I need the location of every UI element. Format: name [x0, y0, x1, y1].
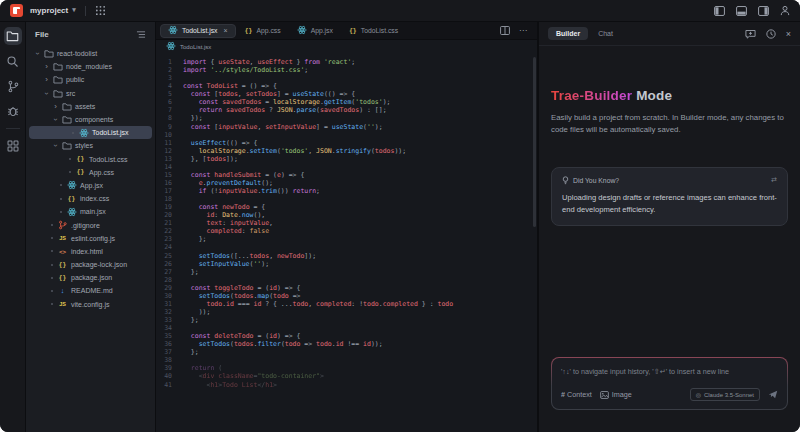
code-line-31: 31 todo.id === id ? { ...todo, completed… — [156, 300, 537, 308]
new-chat-icon[interactable] — [745, 29, 756, 39]
line-number: 39 — [156, 364, 172, 372]
line-number: 11 — [156, 139, 172, 147]
code-line-21: 21 text: inputValue, — [156, 219, 537, 227]
tree-file-todolist-jsx[interactable]: TodoList.jsx — [29, 126, 152, 139]
editor-scrollbar[interactable] — [533, 57, 536, 227]
tree-file-todolist-css[interactable]: {}TodoList.css — [26, 153, 155, 166]
line-number: 2 — [156, 66, 172, 74]
account-icon[interactable] — [780, 5, 790, 16]
tree-folder-react-todolist[interactable]: ›react-todolist — [26, 47, 155, 60]
tab-label: App.css — [256, 27, 280, 34]
line-number: 24 — [156, 243, 172, 251]
tree-item-label: styles — [75, 142, 93, 149]
close-tab-icon[interactable]: × — [224, 27, 228, 34]
split-editor-icon[interactable] — [500, 26, 510, 35]
chevron-down-icon: ▾ — [72, 6, 76, 14]
line-number: 19 — [156, 203, 172, 211]
debug-icon[interactable] — [4, 102, 22, 120]
tip-body: Uploading design drafts or reference ima… — [562, 192, 777, 216]
tree-folder-node-modules[interactable]: ›node_modules — [26, 60, 155, 73]
project-switcher[interactable]: myproject ▾ — [30, 6, 76, 15]
tab-label: TodoList.css — [361, 27, 398, 34]
tree-item-label: vite.config.js — [71, 301, 110, 308]
code-area[interactable]: 1import { useState, useEffect } from 're… — [156, 58, 537, 389]
tree-folder-styles[interactable]: ›styles — [26, 139, 155, 152]
tree-file-app-jsx[interactable]: App.jsx — [26, 179, 155, 192]
explorer-icon[interactable] — [4, 27, 22, 45]
code-line-26: 26 setInputValue(''); — [156, 260, 537, 268]
builder-mode-subtitle: Easily build a project from scratch. In … — [551, 112, 788, 137]
tree-folder-assets[interactable]: ›assets — [26, 100, 155, 113]
tree-file-vite-config-js[interactable]: JSvite.config.js — [26, 298, 155, 311]
builder-mode-title: Trae-Builder Mode — [551, 88, 788, 103]
tree-file-eslint-config-js[interactable]: JSeslint.config.js — [26, 232, 155, 245]
md-icon: ↓ — [57, 287, 68, 294]
editor-tab-app-css[interactable]: {}App.css — [238, 24, 288, 38]
react-icon — [66, 180, 77, 190]
close-panel-icon[interactable]: × — [786, 29, 791, 39]
file-dot — [51, 237, 53, 239]
tree-file-package-lock-json[interactable]: {}package-lock.json — [26, 258, 155, 271]
shuffle-tip-icon[interactable]: ⇄ — [771, 176, 777, 184]
tree-folder-public[interactable]: ›public — [26, 73, 155, 86]
tip-title: Did You Know? — [573, 177, 619, 184]
code-line-5: 5 const [todos, setTodos] = useState(() … — [156, 90, 537, 98]
file-tree: ›react-todolist›node_modules›public›src›… — [26, 46, 155, 432]
tree-file-package-json[interactable]: {}package.json — [26, 271, 155, 284]
code-line-23: 23 }; — [156, 235, 537, 243]
tree-item-label: public — [66, 76, 84, 83]
tree-file-gitignore[interactable]: .gitignore — [26, 218, 155, 231]
context-button[interactable]: #Context — [561, 390, 592, 399]
tab-chat[interactable]: Chat — [590, 27, 621, 40]
braces-icon: {} — [349, 27, 357, 35]
explorer-title: File — [35, 30, 49, 39]
react-icon — [166, 41, 176, 52]
line-number: 25 — [156, 252, 172, 260]
source-control-icon[interactable] — [4, 77, 22, 95]
editor-tab-todolist-css[interactable]: {}TodoList.css — [342, 24, 405, 38]
extensions-icon[interactable] — [4, 137, 22, 155]
chat-input[interactable]: '↑↓' to navigate input history, '⇧↵' to … — [551, 357, 788, 410]
search-icon[interactable] — [4, 52, 22, 70]
line-number: 34 — [156, 324, 172, 332]
tab-builder[interactable]: Builder — [548, 27, 588, 40]
tree-item-label: index.html — [71, 248, 103, 255]
tree-file-index-html[interactable]: <>index.html — [26, 245, 155, 258]
more-actions-icon[interactable]: ⋯ — [519, 26, 528, 35]
tree-file-readme-md[interactable]: ↓README.md — [26, 284, 155, 297]
toggle-bottom-panel-icon[interactable] — [736, 6, 747, 16]
apps-grid-icon[interactable] — [95, 5, 106, 16]
project-name: myproject — [30, 6, 68, 15]
toggle-left-panel-icon[interactable] — [714, 6, 725, 16]
line-number: 10 — [156, 131, 172, 139]
code-line-18: 18 — [156, 195, 537, 203]
tree-item-label: package-lock.json — [71, 261, 127, 268]
tree-item-label: App.jsx — [80, 182, 103, 189]
line-number: 36 — [156, 340, 172, 348]
breadcrumb[interactable]: TodoList.jsx — [156, 40, 537, 53]
editor-tab-app-jsx[interactable]: App.jsx — [290, 24, 340, 38]
tree-folder-src[interactable]: ›src — [26, 87, 155, 100]
line-number: 15 — [156, 171, 172, 179]
tree-file-index-css[interactable]: {}index.css — [26, 192, 155, 205]
image-button[interactable]: Image — [600, 390, 632, 399]
code-line-25: 25 setTodos([...todos, newTodo]); — [156, 252, 537, 260]
tree-file-app-css[interactable]: {}App.css — [26, 166, 155, 179]
toggle-right-panel-icon[interactable] — [758, 6, 769, 16]
editor-tab-todolist-jsx[interactable]: TodoList.jsx× — [160, 24, 236, 38]
tree-item-label: TodoList.css — [89, 156, 128, 163]
line-number: 5 — [156, 90, 172, 98]
send-icon[interactable] — [768, 390, 778, 399]
tree-file-main-jsx[interactable]: main.jsx — [26, 205, 155, 218]
trae-logo[interactable] — [10, 4, 23, 17]
model-selector[interactable]: ◎ Claude 3.5-Sonnet — [690, 388, 760, 401]
explorer-options-icon[interactable] — [136, 30, 146, 39]
line-number: 20 — [156, 211, 172, 219]
line-number: 8 — [156, 114, 172, 122]
code-line-28: 28 — [156, 276, 537, 284]
tree-folder-components[interactable]: ›components — [26, 113, 155, 126]
code-line-37: 37 }; — [156, 348, 537, 356]
line-number: 1 — [156, 58, 172, 66]
file-dot — [51, 250, 53, 252]
history-icon[interactable] — [766, 29, 776, 39]
